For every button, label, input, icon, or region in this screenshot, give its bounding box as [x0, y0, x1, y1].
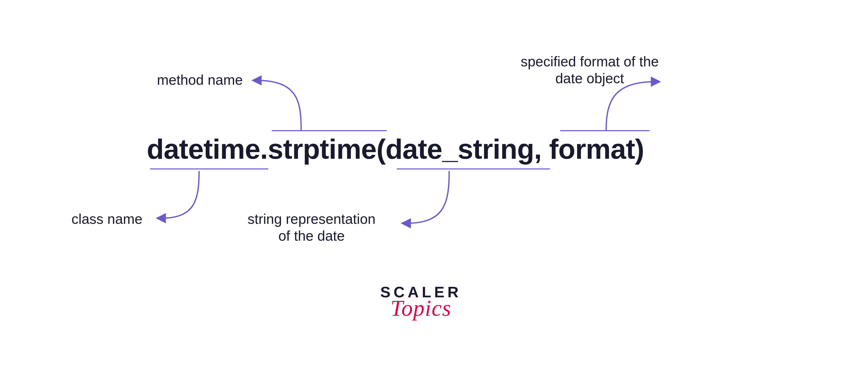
logo-topics: Topics	[380, 295, 462, 321]
label-string-repr-line2: of the date	[248, 227, 375, 244]
label-method-name: method name	[157, 71, 243, 88]
label-class-name: class name	[71, 211, 143, 227]
arrow-string-repr	[398, 168, 470, 227]
label-format-line1: specified format of the	[521, 53, 659, 70]
label-string-repr: string representation of the date	[248, 211, 375, 244]
arrow-class-name	[153, 168, 219, 222]
label-string-repr-line1: string representation	[248, 211, 375, 227]
syntax-expression: datetime.strptime(date_string, format)	[147, 133, 644, 165]
arrow-format	[600, 69, 666, 131]
arrow-method-name	[249, 73, 315, 131]
logo: SCALER Topics	[380, 283, 462, 321]
